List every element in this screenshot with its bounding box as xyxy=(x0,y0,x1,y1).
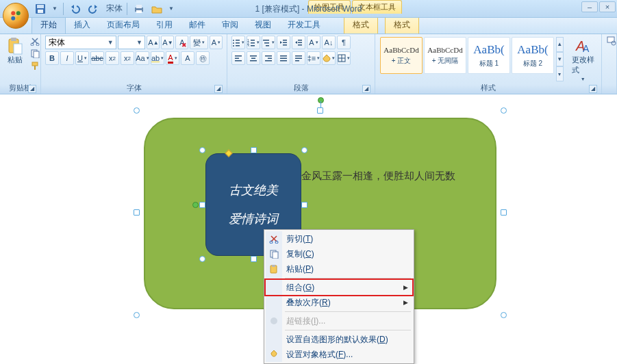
ctx-format-object[interactable]: 设置对象格式(F)... xyxy=(266,347,412,362)
ctx-group[interactable]: 组合(G)▶ xyxy=(266,280,412,295)
char-border-button[interactable]: A xyxy=(210,36,223,49)
minimize-button[interactable]: – xyxy=(581,1,598,12)
text-direction-button[interactable]: A xyxy=(307,36,320,49)
resize-handle-se[interactable] xyxy=(501,312,507,318)
underline-button[interactable]: U xyxy=(75,51,89,65)
resize-handle-w[interactable] xyxy=(134,209,140,216)
tab-view[interactable]: 视图 xyxy=(247,16,279,34)
context-menu: 剪切(T) 复制(C) 粘贴(P) 组合(G)▶ 叠放次序(R)▶ 超链接(I)… xyxy=(264,229,414,364)
tab-developer[interactable]: 开发工具 xyxy=(279,16,329,34)
style-scroll-up[interactable]: ▲ xyxy=(556,37,564,52)
qat-open-icon[interactable] xyxy=(149,2,164,16)
style-expand[interactable]: ▾ xyxy=(556,66,564,81)
phonetic-guide-button[interactable]: 變 xyxy=(190,36,208,49)
align-right-button[interactable] xyxy=(262,51,275,65)
font-launcher[interactable]: ◢ xyxy=(214,85,223,93)
tab-references[interactable]: 引用 xyxy=(148,16,181,34)
justify-button[interactable] xyxy=(277,51,290,65)
align-center-button[interactable] xyxy=(247,51,260,65)
svg-rect-5 xyxy=(37,5,44,8)
qat-dropdown-icon[interactable]: ▼ xyxy=(167,2,175,16)
close-button[interactable]: × xyxy=(599,1,616,12)
numbering-button[interactable]: 123 xyxy=(247,36,260,49)
undo-icon[interactable] xyxy=(68,2,83,16)
font-name-combo[interactable]: 宋体▼ xyxy=(45,36,116,49)
ctx-cut[interactable]: 剪切(T) xyxy=(266,231,412,246)
ctx-paste[interactable]: 粘贴(P) xyxy=(266,261,412,276)
copy-button[interactable] xyxy=(29,48,41,59)
cut-button[interactable] xyxy=(29,36,41,47)
shrink-font-button[interactable]: A▼ xyxy=(161,36,174,49)
resize-handle-sw[interactable] xyxy=(134,312,140,318)
shading-button[interactable] xyxy=(322,51,336,65)
resize-handle[interactable] xyxy=(199,256,205,262)
decrease-indent-button[interactable] xyxy=(277,36,290,49)
style-card[interactable]: AaBbCcDd+ 无间隔 xyxy=(424,37,466,74)
style-card[interactable]: AaBbCcDd+ 正文 xyxy=(380,37,423,74)
clear-format-button[interactable]: A✖ xyxy=(175,36,188,49)
format-painter-button[interactable] xyxy=(29,60,41,71)
ctx-order[interactable]: 叠放次序(R)▶ xyxy=(266,295,412,310)
paragraph-launcher[interactable]: ◢ xyxy=(362,85,370,93)
rotate-handle-icon[interactable] xyxy=(192,202,199,208)
resize-handle[interactable] xyxy=(301,147,307,153)
find-icon[interactable] xyxy=(606,36,617,47)
office-button[interactable] xyxy=(3,3,29,29)
enclose-char-button[interactable]: ㊕ xyxy=(196,51,210,65)
change-case-button[interactable]: Aa xyxy=(136,51,149,65)
resize-handle-n[interactable] xyxy=(317,107,323,114)
document-area[interactable]: 古文绝美 爱情诗词 金风玉露一相逢，便胜却人间无数 xyxy=(0,94,617,364)
style-card[interactable]: AaBb(标题 1 xyxy=(468,37,510,74)
tab-mail[interactable]: 邮件 xyxy=(181,16,214,34)
save-icon[interactable] xyxy=(33,2,48,16)
resize-handle-ne[interactable] xyxy=(501,107,507,114)
tab-home[interactable]: 开始 xyxy=(32,16,66,34)
bold-button[interactable]: B xyxy=(45,51,59,65)
subscript-button[interactable]: x2 xyxy=(105,51,119,65)
resize-handle-nw[interactable] xyxy=(134,107,140,114)
resize-handle[interactable] xyxy=(251,147,257,153)
svg-rect-52 xyxy=(295,55,302,57)
resize-handle-e[interactable] xyxy=(501,209,507,216)
redo-icon[interactable] xyxy=(86,2,101,16)
char-shading-button[interactable]: A xyxy=(181,51,194,65)
grow-font-button[interactable]: A▲ xyxy=(147,36,160,49)
style-scroll-down[interactable]: ▼ xyxy=(556,52,564,67)
style-gallery[interactable]: AaBbCcDd+ 正文AaBbCcDd+ 无间隔AaBb(标题 1AaBb(标… xyxy=(379,36,555,83)
tab-insert[interactable]: 插入 xyxy=(66,16,99,34)
tab-layout[interactable]: 页面布局 xyxy=(99,16,148,34)
tab-review[interactable]: 审阅 xyxy=(214,16,247,34)
italic-button[interactable]: I xyxy=(60,51,74,65)
tab-format-draw[interactable]: 格式 xyxy=(344,16,378,34)
distribute-button[interactable] xyxy=(292,51,305,65)
strike-button[interactable]: abc xyxy=(90,51,104,65)
ctx-copy[interactable]: 复制(C) xyxy=(266,246,412,261)
ctx-set-default[interactable]: 设置自选图形的默认效果(D) xyxy=(266,332,412,347)
show-marks-button[interactable]: ¶ xyxy=(337,36,351,49)
borders-button[interactable] xyxy=(337,51,351,65)
resize-handle[interactable] xyxy=(199,147,205,153)
line-spacing-button[interactable]: ‡≡ xyxy=(307,51,320,65)
qat-dropdown-icon[interactable]: ▼ xyxy=(51,2,59,16)
align-left-button[interactable] xyxy=(231,51,245,65)
style-card[interactable]: AaBb(标题 2 xyxy=(512,37,554,74)
qat-print-icon[interactable] xyxy=(131,2,147,16)
multilevel-list-button[interactable] xyxy=(262,36,275,49)
paste-button[interactable]: 粘贴 xyxy=(4,36,26,66)
increase-indent-button[interactable] xyxy=(292,36,305,49)
change-styles-button[interactable]: AA 更改样式 ▼ xyxy=(569,36,597,83)
svg-rect-35 xyxy=(283,42,287,44)
clipboard-launcher[interactable]: ◢ xyxy=(28,85,36,93)
font-size-combo[interactable]: ▼ xyxy=(118,36,145,49)
superscript-button[interactable]: x2 xyxy=(121,51,134,65)
tab-format-textbox[interactable]: 格式 xyxy=(385,16,419,34)
styles-launcher[interactable]: ◢ xyxy=(589,85,597,93)
bullets-button[interactable] xyxy=(231,36,245,49)
sort-button[interactable]: A↓ xyxy=(322,36,336,49)
resize-handle[interactable] xyxy=(301,202,307,208)
resize-handle[interactable] xyxy=(251,256,257,262)
svg-rect-49 xyxy=(280,55,287,57)
highlight-button[interactable]: ab xyxy=(151,51,164,65)
resize-handle[interactable] xyxy=(199,202,205,208)
font-color-button[interactable]: A xyxy=(166,51,179,65)
